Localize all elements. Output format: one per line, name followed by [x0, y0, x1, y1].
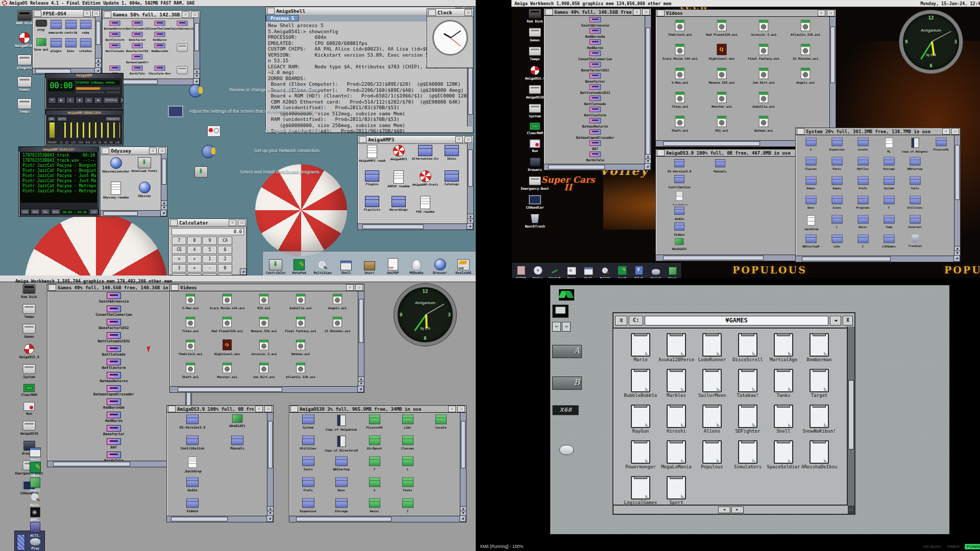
add-button[interactable]: ADD — [20, 209, 30, 215]
back-gadget[interactable]: ◄ — [830, 316, 841, 325]
screen-titlebar[interactable]: Amiga Workbench 1,960,656 graphics mem 1… — [511, 0, 980, 7]
sel-button[interactable]: SEL — [41, 209, 50, 215]
titlebar[interactable]: Games 49% full, 146.5GB free, 140.3GB in… — [544, 9, 651, 16]
close-gadget[interactable] — [48, 284, 56, 291]
file-icon[interactable]: RayGun — [623, 403, 658, 439]
file-icon[interactable]: Locale — [850, 136, 876, 156]
depth-gadget[interactable]: ❏ — [238, 219, 246, 226]
file-icon[interactable]: FPSE — [34, 19, 48, 37]
file-icon[interactable] — [928, 214, 954, 233]
x68-file-window[interactable]: ≡ C: ¥GAMES ◄ X Mario Asuka120Percent Lo… — [612, 312, 855, 515]
file-icon[interactable]: WBStartupM — [798, 233, 824, 253]
file-icon[interactable]: Copy_of_Amiganium — [325, 414, 358, 435]
close-gadget[interactable] — [168, 406, 176, 412]
file-icon[interactable]: Scary_Movie_144.avi — [209, 292, 246, 315]
screen-titlebar[interactable]: Amiga Workbench 1,565,704 graphics mem 1… — [0, 276, 476, 282]
file-icon[interactable]: BatmanReturns — [554, 117, 636, 129]
titlebar[interactable]: AmigaAMP — [45, 73, 123, 78]
dock-item[interactable]: ACTION — [514, 265, 528, 278]
file-icon[interactable]: WhoDidIt — [659, 237, 700, 253]
calc-key[interactable]: 6 — [218, 246, 232, 254]
file-icon[interactable]: Nightionol.mov — [701, 43, 743, 67]
file-icon[interactable]: DirOpus4 — [358, 435, 391, 456]
dock-item[interactable]: Play — [28, 538, 42, 550]
file-icon[interactable]: Rexxc — [358, 497, 391, 518]
depth-gadget[interactable]: ❏ — [457, 406, 465, 412]
file-icon[interactable]: AmigaAMP3 — [385, 145, 412, 170]
file-icon[interactable]: Snell — [766, 403, 801, 439]
file-icon[interactable]: Icons — [824, 194, 850, 214]
dock-item[interactable]: AMPl. — [28, 507, 42, 522]
vertical-scrollbar[interactable]: ▲▼ — [358, 291, 364, 386]
desktop-icon[interactable]: System — [9, 364, 49, 379]
file-icon[interactable] — [424, 435, 457, 456]
file-icon[interactable]: RedBaronDe — [68, 398, 160, 412]
resize-gadget[interactable]: ◢ — [240, 268, 247, 275]
file-icon[interactable]: Godzilla.avi — [743, 91, 785, 115]
file-icon[interactable]: Plugins — [359, 170, 385, 196]
titlebar[interactable]: Videos▫❏ — [170, 284, 364, 291]
calc-key[interactable]: CA — [218, 237, 232, 245]
mouse-utility-icon[interactable] — [559, 445, 574, 455]
dock-handle[interactable] — [17, 534, 25, 550]
horizontal-scrollbar[interactable] — [101, 210, 162, 216]
depth-gadget[interactable]: ❏ — [92, 10, 100, 17]
file-icon[interactable]: Libs — [824, 233, 850, 253]
depth-gadget[interactable]: ❏ — [264, 406, 272, 412]
dock-item[interactable]: Unarc — [360, 261, 379, 275]
wizard-item[interactable]: Configure your sound card. — [167, 126, 321, 137]
close-gadget[interactable] — [102, 147, 109, 154]
preamp-slider[interactable] — [50, 122, 55, 138]
file-icon[interactable]: Games — [824, 175, 850, 194]
horizontal-scrollbar[interactable] — [167, 516, 268, 522]
prev-button[interactable]: ⏮ — [48, 97, 56, 104]
desktop-icon[interactable]: AmigaOS3.9 — [9, 343, 49, 359]
calc-key[interactable]: 7 — [172, 237, 186, 245]
file-icon[interactable]: Titan.avi — [172, 315, 209, 338]
vertical-scrollbar[interactable]: ▲▼ — [193, 18, 200, 79]
file-icon[interactable]: C — [391, 497, 424, 518]
file-icon[interactable]: RedBaronDe — [149, 42, 171, 54]
file-icon[interactable]: Benefactor — [554, 72, 636, 84]
desktop-icon[interactable]: Games — [9, 323, 49, 339]
wizard-item[interactable]: Select and install contributed programs. — [167, 166, 321, 178]
zoom-gadget[interactable]: ▫ — [229, 219, 236, 226]
file-icon[interactable]: OS-Version3.9 — [170, 414, 215, 435]
desktop-icon[interactable]: Tempz — [9, 304, 49, 319]
file-icon[interactable]: ConanTheCimmerian — [149, 20, 171, 31]
file-icon[interactable]: VideoGamesIn3D — [171, 65, 193, 76]
file-icon[interactable]: AmigaAMP-Prefs — [412, 170, 438, 196]
file-icon[interactable]: Saint&Greavsie — [171, 20, 193, 31]
file-icon[interactable]: Aliens — [694, 403, 730, 439]
file-icon[interactable]: L — [391, 456, 424, 477]
scroll-right-button[interactable]: ► — [731, 507, 744, 513]
vertical-scrollbar[interactable]: ▲▼ — [954, 135, 960, 256]
file-icon[interactable]: S — [358, 477, 391, 497]
file-icon[interactable]: Download_Fonts — [130, 157, 159, 182]
desktop-icon[interactable]: Emergency-Boot — [514, 176, 555, 191]
calc-key[interactable]: × — [172, 255, 186, 263]
file-icon[interactable]: Libs — [391, 414, 424, 435]
close-gadget[interactable] — [545, 9, 553, 15]
file-icon[interactable]: BAT — [554, 140, 636, 151]
file-icon[interactable]: MI2.avi — [246, 292, 282, 315]
file-icon[interactable]: Rexxc — [850, 214, 876, 233]
file-icon[interactable]: LCDGames — [876, 233, 902, 253]
file-icon[interactable] — [928, 194, 954, 214]
file-icon[interactable]: Godzilla.avi — [282, 292, 319, 315]
window-videos[interactable]: Videos▫❏ TheGrinch.avi Red_Planet320.avi… — [655, 9, 836, 147]
zoom-gadget[interactable]: ▫ — [346, 284, 354, 291]
dock-item[interactable]: Shell — [28, 447, 42, 462]
window-amigaamp[interactable]: AmigaAMP 00:00 STOPPED 128kbps 44kHz -04… — [45, 73, 124, 110]
file-icon[interactable]: WBStartup — [902, 156, 928, 175]
depth-gadget[interactable]: ❏ — [951, 128, 959, 135]
zoom-gadget[interactable]: ▫ — [455, 136, 463, 143]
zoom-gadget[interactable]: ▫ — [83, 10, 91, 17]
file-icon[interactable]: Utilities — [902, 194, 928, 214]
zoom-gadget[interactable]: ▫ — [633, 9, 641, 15]
file-icon[interactable]: Monster.avi — [701, 91, 743, 115]
dock-item[interactable]: ACTI. — [28, 522, 42, 538]
depth-gadget[interactable]: ❏ — [355, 284, 363, 291]
file-icon[interactable] — [319, 338, 356, 361]
file-icon[interactable]: ConanTheCimmerian — [68, 306, 160, 319]
